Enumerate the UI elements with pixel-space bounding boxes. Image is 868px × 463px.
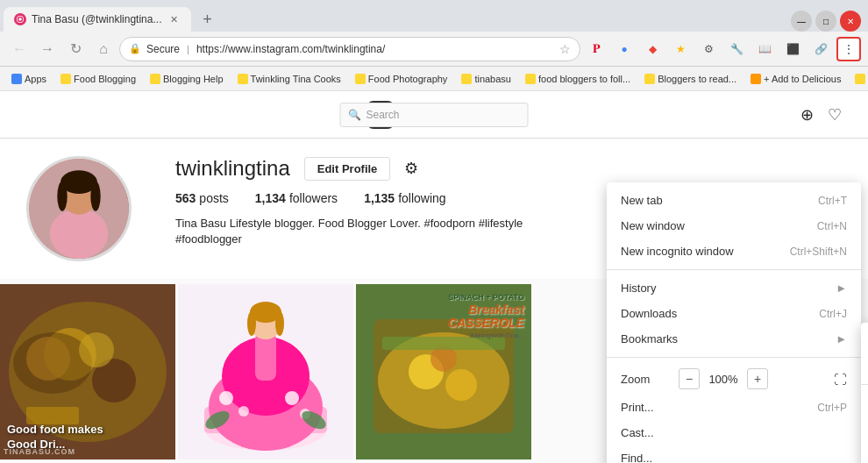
zoom-value: 100% [705, 373, 742, 386]
instagram-heart-icon[interactable]: ♡ [828, 105, 842, 125]
profile-avatar [26, 156, 132, 261]
ext-icon-1[interactable]: ● [612, 37, 637, 61]
reload-button[interactable]: ↻ [63, 37, 88, 61]
bookmark-photo-label: Food Photography [368, 74, 448, 84]
folder-icon-add [855, 74, 865, 84]
bookmark-star-icon[interactable]: ☆ [559, 42, 571, 56]
bookmark-food-bloggers[interactable]: food bloggers to foll... [521, 72, 635, 86]
menu-item-print[interactable]: Print... Ctrl+P [607, 395, 861, 420]
post-item-1[interactable]: Good food makes Good Dri... TINABASU.COM [0, 284, 175, 459]
downloads-shortcut: Ctrl+J [819, 308, 847, 320]
new-tab-button[interactable]: + [195, 7, 219, 32]
bookmark-bloggers-read[interactable]: Bloggers to read... [640, 72, 741, 86]
post-item-2[interactable] [178, 284, 353, 459]
bookmark-tinabasu[interactable]: tinabasu [457, 72, 516, 86]
menu-item-clear-browsing[interactable]: Clear browsing data... Ctrl+Shift+Del [861, 390, 868, 429]
close-window-button[interactable]: ✕ [840, 11, 861, 32]
ext-icon-6[interactable]: 📖 [752, 37, 777, 61]
maximize-button[interactable]: □ [815, 11, 836, 32]
url-text: https://www.instagram.com/twinklingtina/ [196, 43, 385, 55]
casserole-text-1: SPINACH + POTATO [448, 293, 524, 303]
history-arrow: ► [836, 281, 847, 295]
menu-item-save-page[interactable]: Save page as... Ctrl+S [861, 328, 868, 353]
posts-stat: 563 posts [175, 191, 229, 205]
menu-item-extensions[interactable]: Extensions [861, 429, 868, 454]
incognito-shortcut: Ctrl+Shift+N [790, 246, 847, 258]
avatar-image [29, 159, 129, 259]
folder-icon-food [60, 74, 71, 84]
svg-point-9 [57, 182, 67, 211]
ext-icon-8[interactable]: 🔗 [808, 37, 833, 61]
bookmark-food-blogging[interactable]: Food Blogging [56, 72, 140, 86]
ext-icon-7[interactable]: ⬛ [780, 37, 805, 61]
bookmark-add-delicious[interactable]: + Add to Delicious [746, 72, 845, 86]
history-label: History [621, 281, 829, 295]
zoom-minus-button[interactable]: − [679, 368, 700, 389]
svg-point-18 [79, 332, 114, 367]
instagram-search-placeholder: Search [366, 109, 400, 121]
menu-item-task-manager[interactable]: Task manager Shift+Esc [861, 454, 868, 463]
menu-item-incognito[interactable]: New incognito window Ctrl+Shift+N [607, 239, 861, 264]
menu-item-add-desktop[interactable]: Add to desktop... [861, 353, 868, 379]
svg-point-32 [275, 311, 284, 336]
svg-point-26 [285, 391, 299, 405]
instagram-header-right: ⊕ ♡ [800, 105, 842, 125]
bookmark-read-label: Bloggers to read... [658, 74, 736, 84]
back-button[interactable]: ← [7, 37, 32, 61]
folder-icon-photo [355, 74, 366, 84]
menu-item-downloads[interactable]: Downloads Ctrl+J [607, 301, 861, 326]
menu-item-new-window[interactable]: New window Ctrl+N [607, 213, 861, 239]
bookmark-blogging-help[interactable]: Blogging Help [146, 72, 228, 86]
chrome-menu-button[interactable]: ⋮ [836, 37, 861, 61]
instagram-header: Instagram 🔍 Search ⊕ ♡ [0, 91, 868, 139]
folder-icon-tinabasu [461, 74, 472, 84]
toolbar-extension-icons: 𝐏 ● ◆ ★ ⚙ 🔧 📖 ⬛ 🔗 [584, 37, 833, 61]
svg-point-10 [90, 182, 100, 211]
edit-profile-button[interactable]: Edit Profile [304, 157, 391, 181]
menu-item-history[interactable]: History ► [607, 275, 861, 301]
posts-label: posts [199, 191, 228, 205]
menu-item-bookmarks[interactable]: Bookmarks ► [607, 326, 861, 352]
menu-section-new: New tab Ctrl+T New window Ctrl+N New inc… [607, 182, 861, 270]
menu-item-new-tab[interactable]: New tab Ctrl+T [607, 188, 861, 213]
pinterest-icon[interactable]: 𝐏 [584, 37, 608, 61]
instagram-search[interactable]: 🔍 Search [340, 103, 529, 127]
bookmark-delicious-label: + Add to Delicious [764, 74, 841, 84]
followers-label: followers [289, 191, 338, 205]
bookmark-add[interactable]: Add... [850, 72, 868, 86]
ext-icon-3[interactable]: ★ [668, 37, 693, 61]
menu-item-cast[interactable]: Cast... [607, 420, 861, 445]
forward-button[interactable]: → [35, 37, 60, 61]
instagram-search-icon: 🔍 [348, 109, 361, 121]
svg-point-17 [26, 337, 70, 381]
bookmark-food-photo[interactable]: Food Photography [351, 72, 452, 86]
ext-icon-5[interactable]: 🔧 [724, 37, 749, 61]
address-bar[interactable]: 🔒 Secure | https://www.instagram.com/twi… [119, 37, 580, 61]
home-button[interactable]: ⌂ [91, 37, 116, 61]
instagram-compass-icon[interactable]: ⊕ [800, 105, 814, 125]
zoom-fullscreen-button[interactable]: ⛶ [834, 372, 847, 387]
bookmarks-bar: Apps Food Blogging Blogging Help Twinkli… [0, 67, 868, 91]
bookmark-apps[interactable]: Apps [7, 72, 51, 86]
browser-tab[interactable]: Tina Basu (@twinklingtina... ✕ [4, 7, 191, 32]
menu-item-find[interactable]: Find... [607, 445, 861, 463]
bookmark-food-label: Food Blogging [74, 74, 136, 84]
zoom-plus-button[interactable]: + [747, 368, 768, 389]
ext-icon-2[interactable]: ◆ [640, 37, 665, 61]
svg-point-31 [247, 311, 256, 336]
toolbar: ← → ↻ ⌂ 🔒 Secure | https://www.instagram… [0, 32, 868, 67]
security-label: Secure [146, 43, 180, 55]
minimize-button[interactable]: — [791, 11, 812, 32]
incognito-label: New incognito window [621, 245, 790, 258]
tab-close-button[interactable]: ✕ [167, 12, 181, 26]
casserole-overlay: SPINACH + POTATO Breakfast CASSEROLE Bak… [448, 293, 524, 339]
browser-frame: Tina Basu (@twinklingtina... ✕ + — □ ✕ ←… [0, 0, 868, 463]
profile-bio: Tina Basu Lifestyle blogger. Food Blogge… [175, 216, 526, 247]
tab-favicon [14, 13, 26, 25]
post-item-3[interactable]: SPINACH + POTATO Breakfast CASSEROLE Bak… [356, 284, 531, 459]
bookmark-twinkling-tina[interactable]: Twinkling Tina Cooks [233, 72, 345, 86]
new-window-label: New window [621, 219, 817, 232]
apps-bookmark-icon [11, 74, 22, 84]
ext-icon-4[interactable]: ⚙ [696, 37, 721, 61]
profile-settings-icon[interactable]: ⚙ [404, 159, 418, 178]
